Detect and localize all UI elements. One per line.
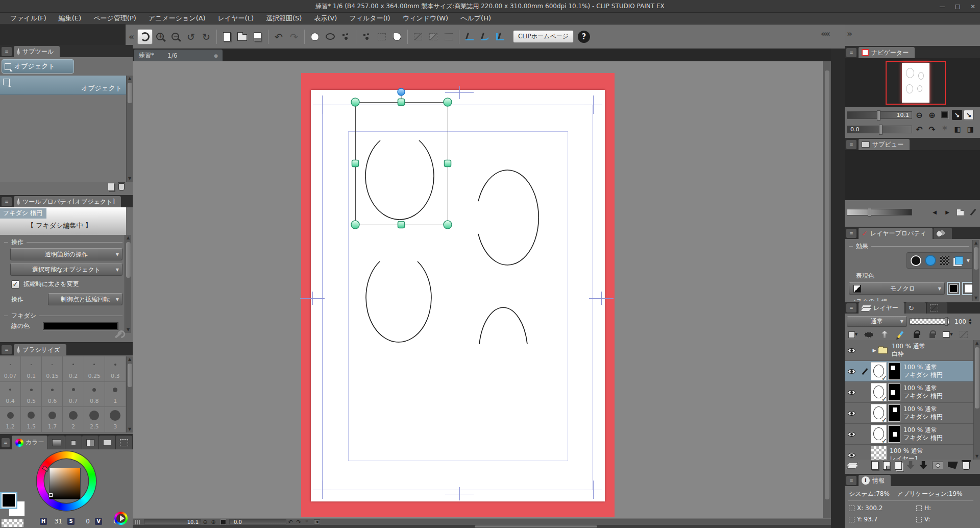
ruler-range-button[interactable] [957, 329, 971, 340]
selection-bounding-box[interactable] [356, 103, 448, 225]
enable-mask-button[interactable]: ▼ [941, 329, 955, 340]
balloon-ellipse-right[interactable] [478, 170, 538, 265]
reference-layer-button[interactable] [877, 329, 892, 340]
snap-grid-button[interactable] [493, 29, 508, 44]
statusbar-rotate-cw-button[interactable]: ↷ [295, 519, 303, 525]
draft-layer-button[interactable] [893, 329, 908, 340]
fill-button[interactable] [389, 29, 405, 44]
border-effect-button[interactable] [910, 254, 923, 267]
brush-size-cell[interactable]: 1.2 [0, 407, 21, 433]
document-tab[interactable]: 練習* 1/6 ● [134, 50, 223, 61]
layer-row[interactable]: 100 % 通常 レイヤー1 [845, 445, 973, 460]
navigator-rotation-slider[interactable]: 0.0 [847, 126, 912, 133]
approximate-color-tab[interactable] [99, 436, 115, 449]
mask-thumbnail[interactable] [888, 383, 900, 401]
navigator-zoom-in-button[interactable]: ⊕ [926, 109, 938, 121]
brush-size-cell[interactable]: 0.4 [0, 382, 21, 407]
brush-size-cell[interactable]: 2.5 [84, 407, 105, 433]
lock-layer-button[interactable] [909, 329, 923, 340]
panel-menu-icon[interactable]: ≡ [846, 303, 856, 313]
brush-size-cell[interactable]: 1.5 [21, 407, 42, 433]
selection-handle-bottom-right[interactable] [444, 221, 452, 229]
opacity-knob[interactable] [945, 317, 948, 326]
expand-panels-icon[interactable]: » [847, 29, 852, 39]
layer-property-tab[interactable]: ✓ レイヤープロパティ [859, 228, 933, 239]
layer-thumbnail[interactable]: ✓ [871, 362, 887, 380]
selection-handle-bottom-left[interactable] [351, 221, 359, 229]
canvas-viewport[interactable] [133, 61, 823, 518]
brush-size-cell[interactable]: 0.15 [42, 356, 63, 382]
layer-thumbnail[interactable]: ✓ [871, 383, 887, 401]
rotate-ccw-button[interactable]: ↺ [183, 29, 199, 44]
brush-size-cell[interactable]: 0.5 [21, 382, 42, 407]
subtool-item-object[interactable]: オブジェクト [0, 76, 126, 95]
brush-size-cell[interactable]: 0.25 [84, 356, 105, 382]
navigator-zoom-slider[interactable]: 10.1 [847, 111, 912, 119]
document-tab-close-icon[interactable]: ● [214, 53, 218, 58]
save-file-button[interactable] [250, 29, 265, 44]
snap-off-button[interactable] [410, 29, 426, 44]
transfer-down-button[interactable] [906, 461, 915, 469]
brush-size-cell[interactable]: 0.8 [84, 382, 105, 407]
add-subtool-icon[interactable] [108, 183, 114, 191]
rotation-slider-knob[interactable] [879, 125, 883, 135]
apply-mask-button[interactable] [948, 462, 958, 469]
mask-thumbnail[interactable] [888, 404, 900, 422]
panel-menu-icon[interactable]: ≡ [846, 140, 856, 149]
visibility-cell[interactable] [845, 411, 859, 416]
layer-search-tab[interactable]: ↻ [905, 302, 926, 314]
snap-special-ruler-button[interactable] [477, 29, 493, 44]
color-slider-tab[interactable] [48, 436, 64, 449]
crop-button[interactable] [338, 29, 353, 44]
folder-expander-icon[interactable]: ▶ [871, 348, 878, 353]
statusbar-zoom-in-button[interactable]: ⊕ [209, 519, 217, 525]
menu-layer[interactable]: レイヤー(L) [212, 14, 260, 23]
brush-size-cell[interactable]: 0.3 [105, 356, 126, 382]
merge-down-button[interactable] [919, 461, 927, 469]
brush-size-cell[interactable]: 0.07 [0, 356, 21, 382]
subview-prev-button[interactable]: ◀ [929, 206, 940, 218]
redo-button[interactable]: ↷ [286, 29, 302, 44]
layer-row[interactable]: ✓ 100 % 通常 フキダシ 楕円 [845, 403, 973, 424]
subview-zoom-slider[interactable] [847, 209, 912, 215]
flip-vertical-button[interactable]: ◨ [965, 124, 976, 135]
blend-mode-dropdown[interactable]: 通常 ▼ [847, 316, 907, 327]
rotate-right-button[interactable]: ↷ [926, 124, 938, 135]
menu-edit[interactable]: 編集(E) [53, 14, 87, 23]
fit-window-button[interactable]: ↘ [952, 110, 962, 120]
new-file-button[interactable] [219, 29, 235, 44]
selection-handle-top-right[interactable] [444, 98, 452, 106]
rotation-handle[interactable] [398, 88, 405, 95]
subview-tab[interactable]: サブビュー [859, 139, 910, 150]
zoom-in-button[interactable]: + [153, 29, 168, 44]
transparent-color-swatch[interactable] [1, 519, 24, 527]
statusbar-expand-icon[interactable]: ◀ [314, 519, 320, 524]
selection-handle-top-left[interactable] [351, 98, 359, 106]
brush-size-cell[interactable]: 0.7 [63, 382, 84, 407]
layer-row-folder[interactable]: ▶ 100 % 通常 白枠 [845, 340, 973, 361]
maximize-button[interactable]: □ [953, 3, 962, 10]
clip-logo-button[interactable] [137, 29, 153, 44]
panel-menu-icon[interactable]: ≡ [846, 476, 856, 485]
collapse-canvas-panels-icon[interactable]: «« [821, 29, 829, 39]
canvas-vertical-scrollbar[interactable] [823, 61, 831, 518]
brush-size-cell[interactable]: 1.7 [42, 407, 63, 433]
brush-size-cell[interactable]: 3 [105, 407, 126, 433]
layer-row[interactable]: ✓ 100 % 通常 フキダシ 楕円 [845, 382, 973, 403]
clear-button[interactable] [307, 29, 323, 44]
statusbar-rotation-slider[interactable]: 0.0 [229, 519, 286, 524]
main-color-swatch[interactable] [2, 493, 16, 508]
info-panel-tab[interactable]: i 情報 [859, 475, 891, 486]
select-marquee-button[interactable] [374, 29, 389, 44]
navigator-zoom-out-button[interactable]: ⊖ [914, 109, 925, 121]
tone-effect-button[interactable] [938, 254, 951, 267]
draw-black-button[interactable] [947, 282, 960, 295]
subview-preview-area[interactable] [845, 150, 980, 200]
menu-window[interactable]: ウィンドウ(W) [397, 14, 455, 23]
layer-thumbnail[interactable]: ✓ [871, 425, 887, 443]
line-color-swatch[interactable] [43, 322, 118, 330]
decoration-tab[interactable] [934, 228, 952, 239]
sv-marker[interactable] [49, 493, 53, 497]
scale-width-checkbox-row[interactable]: ✓ 拡縮時に太さを変更 [11, 280, 79, 289]
grid-toggle-icon[interactable] [135, 520, 141, 524]
